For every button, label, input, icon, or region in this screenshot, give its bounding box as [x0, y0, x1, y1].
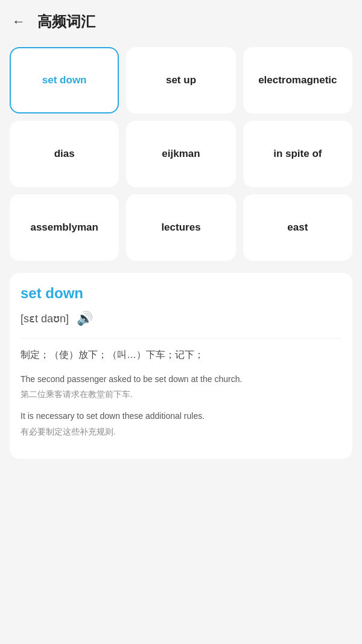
word-card-assemblyman[interactable]: assemblyman: [10, 194, 119, 261]
word-card-label: electromagnetic: [258, 74, 337, 87]
phonetic-text: [sɛt daʊn]: [21, 312, 69, 325]
examples-container: The second passenger asked to be set dow…: [21, 372, 341, 439]
example-en-0: The second passenger asked to be set dow…: [21, 372, 341, 386]
page-header: ← 高频词汇: [0, 0, 362, 37]
word-card-label: lectures: [161, 221, 200, 234]
word-card-lectures[interactable]: lectures: [126, 194, 235, 261]
phonetic-row: [sɛt daʊn] 🔊: [21, 309, 341, 328]
word-card-label: dias: [54, 147, 75, 161]
example-en-1: It is necessary to set down these additi…: [21, 409, 341, 422]
word-card-dias[interactable]: dias: [10, 121, 119, 187]
word-card-label: in spite of: [273, 147, 322, 161]
word-card-east[interactable]: east: [243, 194, 352, 261]
word-card-in-spite-of[interactable]: in spite of: [243, 121, 352, 187]
detail-section: set down [sɛt daʊn] 🔊 制定；（使）放下；（叫…）下车；记下…: [10, 273, 352, 459]
detail-word: set down: [21, 285, 341, 302]
word-card-set-down[interactable]: set down: [10, 47, 119, 113]
example-zh-1: 有必要制定这些补充规则.: [21, 425, 341, 438]
word-card-electromagnetic[interactable]: electromagnetic: [243, 47, 352, 113]
sound-icon[interactable]: 🔊: [75, 309, 94, 328]
example-block-0: The second passenger asked to be set dow…: [21, 372, 341, 401]
word-card-label: east: [287, 221, 308, 234]
example-block-1: It is necessary to set down these additi…: [21, 409, 341, 438]
example-zh-0: 第二位乘客请求在教堂前下车.: [21, 387, 341, 401]
word-grid: set downset upelectromagneticdiaseijkman…: [0, 37, 362, 261]
definition-text: 制定；（使）放下；（叫…）下车；记下；: [21, 338, 341, 363]
word-card-set-up[interactable]: set up: [126, 47, 235, 113]
page-title: 高频词汇: [37, 12, 95, 31]
word-card-eijkman[interactable]: eijkman: [126, 121, 235, 187]
back-button[interactable]: ←: [12, 14, 25, 30]
word-card-label: eijkman: [162, 147, 200, 161]
word-card-label: set up: [166, 74, 196, 87]
word-card-label: set down: [42, 74, 87, 87]
word-card-label: assemblyman: [30, 221, 98, 234]
